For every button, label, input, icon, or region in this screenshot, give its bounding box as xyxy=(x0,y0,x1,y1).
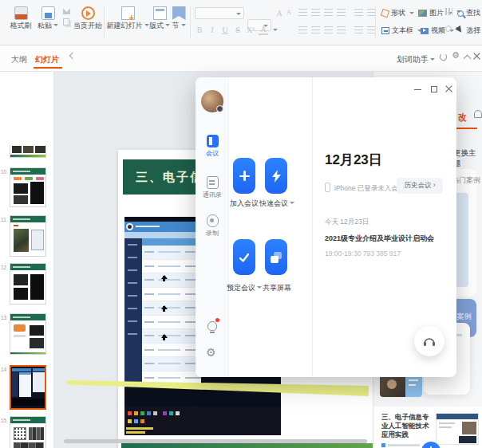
slide-thumbnail-12[interactable] xyxy=(10,263,46,305)
meeting-left-rail: 会议 通讯录 录制 ⚙ xyxy=(196,77,229,377)
new-slide-button[interactable]: + 新建幻灯片 xyxy=(109,6,147,29)
justify-icon[interactable] xyxy=(337,26,346,34)
support-float-button[interactable] xyxy=(414,326,444,356)
maximize-icon[interactable] xyxy=(431,86,437,92)
settings-gear-icon[interactable]: ⚙ xyxy=(206,347,216,358)
paste-dropdown-caret xyxy=(53,24,58,29)
new-slide-icon: + xyxy=(121,6,135,20)
align-right-icon[interactable] xyxy=(324,26,333,34)
shadow-button[interactable]: X² xyxy=(246,26,255,34)
quick-meeting-button[interactable] xyxy=(265,158,287,194)
decrease-font-icon[interactable]: A xyxy=(284,9,294,16)
layout-button[interactable]: 版式 xyxy=(148,6,171,29)
qr-code xyxy=(14,427,26,440)
columns-icon[interactable] xyxy=(354,26,363,34)
bold-button[interactable]: B xyxy=(195,26,204,34)
event-time: 19:00-19:30 793 385 917 xyxy=(325,250,401,257)
plus-glyph: + xyxy=(129,14,134,22)
collapse-thumbnails-icon[interactable] xyxy=(69,53,76,59)
align-center-icon[interactable] xyxy=(311,26,320,34)
join-meeting-button[interactable] xyxy=(233,158,255,194)
decrease-indent-icon[interactable] xyxy=(324,9,333,17)
italic-button[interactable]: I xyxy=(207,26,217,34)
play-from-current-button[interactable]: 当页开始 xyxy=(73,6,102,29)
thumb-title-bar xyxy=(10,216,45,222)
event-title[interactable]: 2021级专业介绍及毕业设计启动会 xyxy=(325,234,451,244)
assistant-caret xyxy=(430,58,435,63)
share-screen-label: 共享屏幕 xyxy=(256,283,298,293)
font-color-button[interactable]: A xyxy=(259,25,268,35)
bullet-list-icon[interactable] xyxy=(298,9,307,17)
headset-icon xyxy=(422,335,437,348)
text-direction-icon[interactable] xyxy=(354,9,363,17)
select-button[interactable]: 选择 xyxy=(457,26,482,36)
shape-button[interactable]: 形状 xyxy=(381,8,414,18)
flow-box-orange xyxy=(14,177,22,180)
align-left-icon[interactable] xyxy=(298,26,307,34)
date-heading: 12月23日 xyxy=(325,151,382,169)
textbox-button[interactable]: 文本框 xyxy=(381,26,422,36)
panel-tab-label[interactable]: 改 xyxy=(458,112,467,124)
mini-titlebar xyxy=(12,368,31,371)
settings-icon[interactable]: ⚙ xyxy=(452,51,460,60)
mini-nav xyxy=(12,372,18,397)
share-screen-button[interactable] xyxy=(265,239,287,275)
slide-thumbnail-10[interactable] xyxy=(10,167,46,207)
font-family-caret xyxy=(236,13,241,18)
table-header xyxy=(142,238,201,246)
quote-icon xyxy=(381,443,385,447)
slide-thumbnail-15[interactable] xyxy=(10,416,46,448)
find-button[interactable]: 查找 xyxy=(457,8,482,18)
underline-button[interactable]: U xyxy=(220,26,230,34)
horizontal-scrollbar[interactable] xyxy=(64,439,367,443)
paragraph-group-row2 xyxy=(298,26,376,34)
table-row xyxy=(142,316,201,330)
ribbon-separator xyxy=(190,6,191,39)
tab-slides[interactable]: 幻灯片 xyxy=(35,54,59,65)
red-label xyxy=(14,225,18,226)
history-meetings-button[interactable]: 历史会议 › xyxy=(397,178,443,194)
collapse-ribbon-icon[interactable] xyxy=(464,55,472,63)
layout-icon xyxy=(153,6,167,20)
slide-thumbnail-13[interactable] xyxy=(10,313,46,355)
slide-thumbnail-14-selected[interactable] xyxy=(10,365,46,410)
minimize-icon[interactable] xyxy=(414,89,421,90)
meeting-app-window[interactable]: 会议 通讯录 录制 ⚙ 加入会议 快速会议 预定会议 xyxy=(196,77,456,377)
person-icon[interactable] xyxy=(474,110,482,118)
rail-item-recordings[interactable]: 录制 xyxy=(196,214,229,237)
taskbar-icon xyxy=(147,411,151,415)
phone-icon xyxy=(325,183,330,192)
strikethrough-button[interactable]: S xyxy=(233,26,243,34)
cut-icon[interactable] xyxy=(63,7,70,14)
sync-icon[interactable] xyxy=(440,53,447,61)
video-icon xyxy=(421,28,429,34)
slide-thumbnail-partial[interactable] xyxy=(10,145,46,158)
numbered-list-icon[interactable] xyxy=(311,9,320,17)
change-theme-button[interactable]: 更换主题 xyxy=(453,148,482,169)
section-button[interactable]: 节 xyxy=(171,6,187,29)
tab-slides-underline xyxy=(34,67,62,69)
footer-stripe xyxy=(10,352,46,354)
font-family-select[interactable] xyxy=(195,7,244,19)
slide-thumbnail-11[interactable] xyxy=(10,215,46,257)
assistant-dropdown[interactable]: 划词助手 xyxy=(397,54,435,65)
table-row xyxy=(142,288,201,302)
title-text-bar xyxy=(136,226,160,227)
photo-block xyxy=(30,325,44,336)
increase-indent-icon[interactable] xyxy=(337,9,346,17)
rail-item-contacts[interactable]: 通讯录 xyxy=(196,176,229,198)
tips-icon[interactable] xyxy=(207,321,217,331)
recommendation-card[interactable]: 三、电子信息专业人工智能技术应用实践 xyxy=(373,407,482,448)
app-logo-icon xyxy=(126,223,133,230)
paste-button[interactable]: 粘贴 xyxy=(37,6,59,29)
rail-item-meeting[interactable]: 会议 xyxy=(196,135,229,157)
photo-block xyxy=(12,146,22,153)
tab-outline[interactable]: 大纲 xyxy=(11,54,27,65)
increase-font-icon[interactable]: A xyxy=(275,9,284,18)
copy-icon[interactable] xyxy=(63,18,69,26)
schedule-meeting-button[interactable] xyxy=(233,239,255,275)
wps-presentation-window: 格式刷 粘贴 当页开始 + 新建幻灯片 版式 节 A xyxy=(0,0,482,448)
shape-caret xyxy=(409,12,414,17)
format-painter-button[interactable]: 格式刷 xyxy=(6,6,35,29)
nav-item xyxy=(124,251,142,264)
